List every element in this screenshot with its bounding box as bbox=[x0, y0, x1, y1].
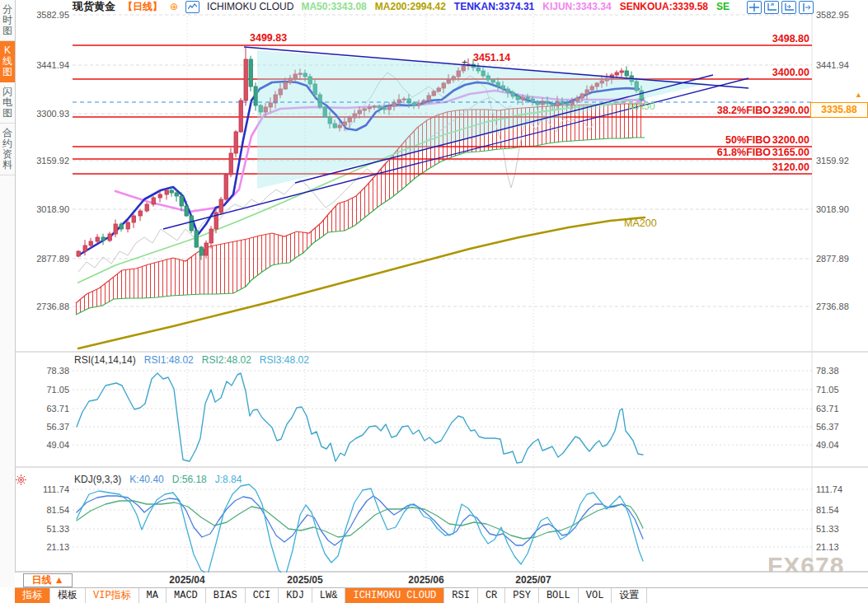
svg-text:3582.95: 3582.95 bbox=[36, 10, 69, 20]
svg-text:3499.83: 3499.83 bbox=[250, 32, 287, 44]
oscillator-grid: 78.3878.3871.0571.0563.7163.7156.3756.37… bbox=[43, 366, 842, 552]
collapse-icon[interactable]: ⊕ bbox=[170, 1, 178, 12]
crosshair-tool-icon[interactable] bbox=[747, 1, 762, 14]
date-label: 2025/04 bbox=[169, 574, 204, 586]
left-sidebar: 分时图K线图闪电图合约资料 bbox=[0, 0, 16, 587]
sidebar-item-kline-chart[interactable]: K线图 bbox=[0, 41, 15, 82]
svg-text:38.2%FIBO: 38.2%FIBO bbox=[717, 105, 772, 116]
date-axis: 日线 ▲ 2025/042025/052025/062025/07 bbox=[15, 573, 868, 587]
period-selector[interactable]: 日线 ▲ bbox=[23, 573, 73, 587]
svg-text:3451.14: 3451.14 bbox=[473, 52, 510, 63]
kdj-values: K:40.40D:56.18J:8.84 bbox=[129, 474, 242, 485]
date-label: 2025/07 bbox=[515, 574, 551, 586]
svg-text:71.05: 71.05 bbox=[46, 385, 69, 395]
svg-text:3300.93: 3300.93 bbox=[36, 109, 69, 119]
svg-text:3165.00: 3165.00 bbox=[772, 147, 809, 158]
svg-text:3290.00: 3290.00 bbox=[772, 105, 809, 116]
svg-text:78.38: 78.38 bbox=[46, 366, 69, 376]
svg-text:51.33: 51.33 bbox=[46, 524, 69, 534]
svg-text:56.37: 56.37 bbox=[816, 422, 839, 432]
svg-text:2877.89: 2877.89 bbox=[36, 254, 69, 264]
toolbar-tab-cr[interactable]: CR bbox=[478, 588, 505, 603]
kdj-series-value: D:56.18 bbox=[172, 474, 207, 485]
svg-text:MA200: MA200 bbox=[624, 217, 657, 229]
svg-text:3159.92: 3159.92 bbox=[36, 156, 69, 166]
svg-text:3018.90: 3018.90 bbox=[816, 204, 849, 214]
toolbar-tab-vip-indicators[interactable]: VIP指标 bbox=[86, 588, 139, 603]
indicator-value: TENKAN:3374.31 bbox=[454, 1, 534, 12]
svg-text:2877.89: 2877.89 bbox=[816, 254, 849, 264]
indicator-value: MA50:3343.08 bbox=[301, 1, 366, 12]
rsi-legend: RSI(14,14,14) RSI1:48.02RSI2:48.02RSI3:4… bbox=[74, 354, 309, 366]
svg-text:56.37: 56.37 bbox=[46, 422, 69, 432]
toolbar-tab-macd[interactable]: MACD bbox=[167, 588, 206, 603]
svg-text:3120.00: 3120.00 bbox=[772, 161, 809, 173]
svg-text:3200.00: 3200.00 bbox=[772, 134, 809, 146]
svg-text:111.74: 111.74 bbox=[816, 484, 842, 494]
indicator-values: MA50:3343.08MA200:2994.42TENKAN:3374.31K… bbox=[301, 1, 730, 12]
symbol-title: 现货黄金 bbox=[73, 0, 115, 14]
svg-text:81.54: 81.54 bbox=[46, 505, 69, 515]
svg-text:3159.92: 3159.92 bbox=[816, 156, 849, 166]
svg-text:2736.88: 2736.88 bbox=[816, 302, 849, 311]
chart-type-icon[interactable] bbox=[185, 1, 199, 13]
toolbar-tab-kdj[interactable]: KDJ bbox=[279, 588, 312, 603]
rsi-series-value: RSI1:48.02 bbox=[144, 354, 194, 366]
pan-right-icon[interactable] bbox=[799, 1, 814, 14]
toolbar-tab-cci[interactable]: CCI bbox=[246, 588, 279, 603]
kdj-series-value: K:40.40 bbox=[129, 474, 163, 485]
svg-text:49.04: 49.04 bbox=[46, 440, 69, 450]
sidebar-item-lightning-chart[interactable]: 闪电图 bbox=[0, 82, 15, 124]
svg-text:61.8%FIBO: 61.8%FIBO bbox=[717, 147, 772, 158]
svg-text:50%FIBO: 50%FIBO bbox=[725, 134, 771, 146]
svg-text:63.71: 63.71 bbox=[46, 404, 69, 414]
toolbar-tab-lw[interactable]: LW& bbox=[312, 588, 346, 603]
toolbar-tab-indicators[interactable]: 指标 bbox=[15, 588, 50, 603]
alert-icon[interactable] bbox=[16, 474, 26, 488]
svg-text:63.71: 63.71 bbox=[816, 404, 839, 414]
chart-canvas[interactable]: 3582.953582.953441.943441.943300.933300.… bbox=[0, 0, 868, 573]
price-up-arrow-icon: ▲ bbox=[855, 91, 862, 99]
svg-text:111.74: 111.74 bbox=[43, 484, 69, 494]
toolbar-tab-vol[interactable]: VOL bbox=[579, 588, 612, 603]
kdj-legend: KDJ(9,3,3) K:40.40D:56.18J:8.84 bbox=[74, 474, 242, 485]
svg-text:49.04: 49.04 bbox=[816, 440, 839, 450]
indicator-value: SE bbox=[716, 1, 730, 12]
rsi-series-value: RSI3:48.02 bbox=[260, 354, 309, 366]
svg-text:81.54: 81.54 bbox=[816, 505, 839, 515]
chart-tools bbox=[747, 1, 814, 14]
toolbar-tab-rsi[interactable]: RSI bbox=[444, 588, 478, 603]
svg-text:21.13: 21.13 bbox=[816, 542, 839, 552]
kdj-k-line bbox=[77, 496, 643, 545]
kdj-series-value: J:8.84 bbox=[215, 474, 242, 485]
date-label: 2025/06 bbox=[408, 574, 443, 586]
svg-text:21.13: 21.13 bbox=[46, 542, 69, 552]
svg-text:71.05: 71.05 bbox=[816, 385, 839, 395]
toolbar-tab-settings[interactable]: 设置 bbox=[612, 588, 647, 603]
svg-text:3441.94: 3441.94 bbox=[36, 60, 69, 70]
svg-text:MA50: MA50 bbox=[628, 100, 655, 112]
date-label: 2025/05 bbox=[287, 574, 322, 586]
toolbar-tab-psy[interactable]: PSY bbox=[505, 588, 539, 603]
toolbar-tab-boll[interactable]: BOLL bbox=[539, 588, 579, 603]
svg-text:+: + bbox=[462, 57, 467, 68]
zoom-x-axis-icon[interactable] bbox=[781, 1, 796, 14]
current-price-tag: 3335.88 bbox=[810, 102, 868, 118]
svg-text:3582.95: 3582.95 bbox=[816, 10, 849, 20]
indicator-value: SENKOUA:3339.58 bbox=[620, 1, 708, 12]
sidebar-item-timeshare-chart[interactable]: 分时图 bbox=[0, 0, 15, 41]
rsi-series-value: RSI2:48.02 bbox=[202, 354, 251, 366]
toolbar-tab-ichimoku-cloud[interactable]: ICHIMOKU CLOUD bbox=[345, 588, 444, 603]
indicator-value: MA200:2994.42 bbox=[375, 1, 446, 12]
overlay-indicator-name: ICHIMOKU CLOUD bbox=[207, 1, 293, 12]
svg-text:3441.94: 3441.94 bbox=[816, 60, 849, 70]
zoom-y-axis-icon[interactable] bbox=[764, 1, 779, 14]
sidebar-item-contract-info[interactable]: 合约资料 bbox=[0, 124, 15, 175]
toolbar-tab-templates[interactable]: 模板 bbox=[50, 588, 86, 603]
trading-app: 分时图K线图闪电图合约资料 现货黄金 【日线】 ⊕ ICHIMOKU CLOUD… bbox=[0, 0, 868, 603]
toolbar-tab-bias[interactable]: BIAS bbox=[206, 588, 246, 603]
toolbar-tab-ma[interactable]: MA bbox=[139, 588, 167, 603]
kdj-title: KDJ(9,3,3) bbox=[74, 474, 121, 485]
rsi-line bbox=[77, 373, 643, 463]
svg-text:78.38: 78.38 bbox=[816, 366, 839, 376]
